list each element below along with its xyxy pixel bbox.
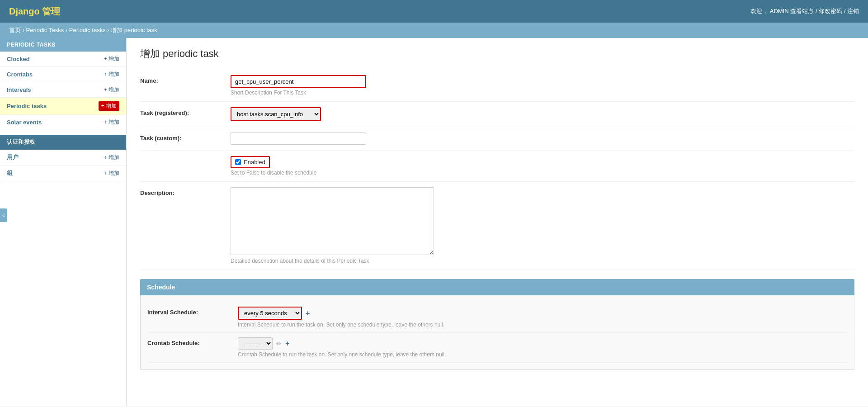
sidebar-periodic-tasks-header: PERIODIC TASKS: [0, 38, 126, 52]
site-name: Django 管理: [9, 5, 60, 18]
sidebar-item-solar-events[interactable]: Solar events + 增加: [0, 115, 126, 130]
crontab-schedule-select[interactable]: ---------: [238, 337, 273, 350]
crontab-help: Crontab Schedule to run the task on. Set…: [238, 351, 847, 358]
task-registered-label: Task (registered):: [140, 107, 231, 116]
content-wrapper: PERIODIC TASKS Clocked + 增加 Crontabs + 增…: [0, 38, 868, 406]
enabled-checkbox[interactable]: [235, 159, 241, 165]
sidebar-periodic-tasks-label: Periodic tasks: [7, 103, 47, 109]
task-custom-label: Task (custom):: [140, 133, 231, 142]
task-custom-row: Task (custom):: [140, 127, 854, 151]
crontab-edit-icon[interactable]: ✏: [276, 340, 282, 347]
sidebar-item-clocked[interactable]: Clocked + 增加: [0, 52, 126, 67]
breadcrumb-current: 增加 periodic task: [111, 27, 157, 33]
welcome-text: 欢迎，: [750, 8, 768, 14]
crontab-schedule-label: Crontab Schedule:: [147, 337, 238, 346]
change-password-link[interactable]: 修改密码: [819, 8, 842, 14]
schedule-section: Schedule Interval Schedule: every 5 seco…: [140, 279, 854, 370]
sidebar-groups-label: 组: [7, 169, 13, 177]
name-label: Name:: [140, 75, 231, 84]
interval-field-row: every 5 seconds every 10 seconds every 3…: [238, 307, 847, 320]
name-help: Short Description For This Task: [231, 90, 854, 96]
schedule-header: Schedule: [140, 279, 854, 295]
sidebar: PERIODIC TASKS Clocked + 增加 Crontabs + 增…: [0, 38, 127, 406]
sidebar-crontabs-add[interactable]: + 增加: [104, 71, 119, 78]
task-registered-select[interactable]: host.tasks.scan_cpu_info celery.backend_…: [231, 107, 321, 121]
description-row: Description: Detailed description about …: [140, 182, 854, 270]
name-row: Name: Short Description For This Task: [140, 70, 854, 102]
task-registered-field: host.tasks.scan_cpu_info celery.backend_…: [231, 107, 854, 121]
header: Django 管理 欢迎， ADMIN 查看站点 / 修改密码 / 注销: [0, 0, 868, 23]
sidebar-item-periodic-tasks[interactable]: Periodic tasks + 增加: [0, 98, 126, 115]
user-info: 欢迎， ADMIN 查看站点 / 修改密码 / 注销: [750, 7, 859, 15]
interval-schedule-label: Interval Schedule:: [147, 307, 238, 316]
sidebar-item-intervals[interactable]: Intervals + 增加: [0, 82, 126, 98]
sidebar-solar-events-label: Solar events: [7, 119, 42, 126]
breadcrumb: 首页 › Periodic Tasks › Periodic tasks › 增…: [0, 23, 868, 38]
sidebar-item-crontabs[interactable]: Crontabs + 增加: [0, 67, 126, 82]
sidebar-solar-events-add[interactable]: + 增加: [104, 118, 119, 126]
sidebar-periodic-tasks-add[interactable]: + 增加: [99, 101, 119, 111]
sidebar-collapse-button[interactable]: «: [0, 208, 7, 222]
sidebar-auth-header: 认证和授权: [0, 135, 126, 150]
sidebar-crontabs-label: Crontabs: [7, 71, 33, 78]
interval-schedule-row: Interval Schedule: every 5 seconds every…: [147, 302, 847, 333]
admin-name-link[interactable]: ADMIN: [770, 8, 789, 14]
sidebar-groups-add[interactable]: + 增加: [104, 170, 119, 177]
name-input[interactable]: [231, 75, 366, 88]
crontab-add-button[interactable]: +: [285, 340, 289, 348]
page-title: 增加 periodic task: [140, 47, 854, 61]
crontab-schedule-row: Crontab Schedule: --------- ✏ + Crontab …: [147, 333, 847, 363]
sidebar-users-add[interactable]: + 增加: [104, 154, 119, 161]
enabled-help: Set to False to disable the schedule: [231, 170, 854, 176]
sidebar-intervals-add[interactable]: + 增加: [104, 86, 119, 94]
description-textarea[interactable]: [231, 187, 434, 255]
enabled-row: Enabled Set to False to disable the sche…: [140, 151, 854, 182]
breadcrumb-home[interactable]: 首页: [9, 27, 21, 33]
interval-add-button[interactable]: +: [306, 309, 310, 317]
enabled-checkbox-wrapper: Enabled: [231, 156, 270, 168]
interval-schedule-select[interactable]: every 5 seconds every 10 seconds every 3…: [238, 307, 302, 320]
name-field: Short Description For This Task: [231, 75, 854, 96]
task-custom-field: [231, 133, 854, 145]
sidebar-intervals-label: Intervals: [7, 86, 31, 93]
logout-link[interactable]: 注销: [847, 8, 859, 14]
schedule-body: Interval Schedule: every 5 seconds every…: [140, 295, 854, 370]
breadcrumb-periodic-tasks-page[interactable]: Periodic tasks: [69, 27, 106, 33]
description-help: Detailed description about the details o…: [231, 258, 854, 264]
sidebar-clocked-add[interactable]: + 增加: [104, 55, 119, 63]
breadcrumb-periodic-tasks-section[interactable]: Periodic Tasks: [26, 27, 64, 33]
interval-help: Interval Schedule to run the task on. Se…: [238, 322, 847, 328]
form-section: Name: Short Description For This Task Ta…: [140, 70, 854, 270]
enabled-label-spacer: [140, 156, 231, 158]
sidebar-users-label: 用户: [7, 153, 19, 161]
interval-schedule-field: every 5 seconds every 10 seconds every 3…: [238, 307, 847, 328]
crontab-schedule-field: --------- ✏ + Crontab Schedule to run th…: [238, 337, 847, 358]
main-content: 增加 periodic task Name: Short Description…: [127, 38, 868, 406]
view-site-link[interactable]: 查看站点: [790, 8, 814, 14]
task-custom-input[interactable]: [231, 133, 366, 145]
description-label: Description:: [140, 187, 231, 196]
task-registered-row: Task (registered): host.tasks.scan_cpu_i…: [140, 102, 854, 127]
crontab-field-row: --------- ✏ +: [238, 337, 847, 350]
description-field: Detailed description about the details o…: [231, 187, 854, 264]
sidebar-item-users[interactable]: 用户 + 增加: [0, 150, 126, 166]
sidebar-clocked-label: Clocked: [7, 56, 30, 62]
sidebar-item-groups[interactable]: 组 + 增加: [0, 166, 126, 181]
enabled-label: Enabled: [244, 159, 265, 166]
enabled-field: Enabled Set to False to disable the sche…: [231, 156, 854, 176]
